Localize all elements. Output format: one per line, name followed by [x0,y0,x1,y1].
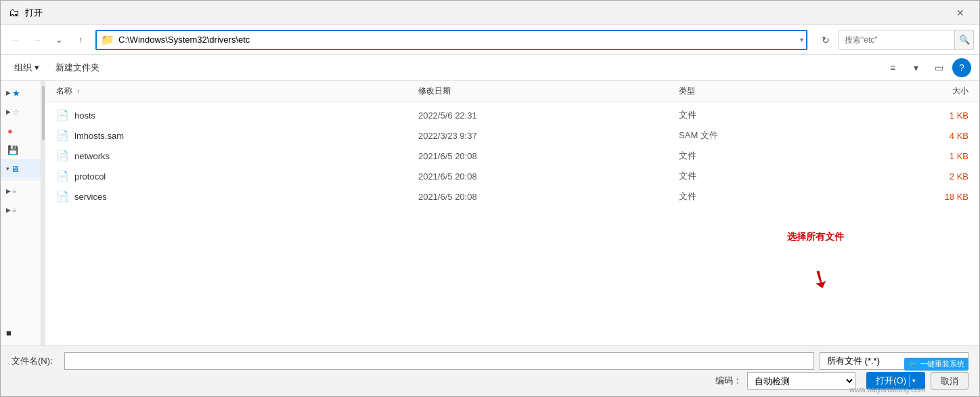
encoding-row: 编码： 自动检测UTF-8UTF-16GBK 打开(O) ▾ 取消 [12,372,968,390]
close-button[interactable]: ✕ [950,2,971,24]
sidebar-scrollbar-thumb [42,86,45,140]
filename-label: 文件名(N): [12,355,59,367]
new-folder-label: 新建文件夹 [55,62,99,74]
organize-button[interactable]: 组织 ▾ [9,59,45,77]
file-date-cell: 2021/6/5 20:08 [418,192,679,202]
column-date-label: 修改日期 [418,86,451,96]
sidebar-item-7[interactable]: ▶ ≡ [1,201,41,220]
file-name-cell: 📄 lmhosts.sam [56,129,418,142]
chevron-icon-7: ▶ [6,207,11,213]
file-row[interactable]: 📄 protocol 2021/6/5 20:08 文件 2 KB [45,166,979,186]
file-icon: 📄 [56,109,69,121]
refresh-button[interactable]: ↻ [816,30,836,50]
file-name-text: networks [74,151,110,161]
file-name-cell: 📄 services [56,190,418,203]
file-size-cell: 4 KB [853,131,968,141]
address-input[interactable] [95,30,807,50]
encoding-select[interactable]: 自动检测UTF-8UTF-16GBK [747,372,855,390]
organize-label: 组织 [14,62,32,74]
open-dialog: 🗂 打开 ✕ ← → ⌄ ↑ 📁 ▾ ↻ 🔍 组织 ▾ 新建文件夹 [0,0,980,397]
file-type-cell: 文件 [679,190,853,203]
address-dropdown-icon[interactable]: ▾ [800,36,803,43]
search-input[interactable] [839,30,954,49]
back-button[interactable]: ← [6,30,25,49]
column-name-label: 名称 [56,86,72,96]
up-button[interactable]: ↑ [71,30,90,49]
toolbar-left: 组织 ▾ 新建文件夹 [9,59,105,77]
file-name-text: hosts [74,110,95,121]
address-bar-container: 📁 ▾ [95,30,807,50]
file-row[interactable]: 📄 lmhosts.sam 2022/3/23 9:37 SAM 文件 4 KB [45,125,979,146]
file-icon: 📄 [56,129,69,142]
search-button[interactable]: 🔍 [954,30,973,50]
main-area: ▶ ★ ▶ ☆ ● 💾 ▾ 🖥 ▶ ≡ [1,81,979,345]
file-type-cell: 文件 [679,170,853,182]
column-name[interactable]: 名称 ↑ [56,85,418,97]
sidebar-item-5[interactable]: ▾ 🖥 [1,159,41,178]
sidebar-item-bottom[interactable]: ■ [1,323,41,342]
toolbar: 组织 ▾ 新建文件夹 ≡ ▾ ▭ ? [1,55,979,81]
title-bar: 🗂 打开 ✕ [1,1,979,25]
forward-button[interactable]: → [28,30,47,49]
file-name-text: services [74,192,107,202]
search-container: 🔍 [839,30,974,50]
logo-badge: 🐦 一键重装系统 [904,358,968,371]
file-area: 名称 ↑ 修改日期 类型 大小 📄 hosts 2022/5/ [45,81,979,345]
chevron-icon-2: ▶ [6,108,11,115]
file-date-cell: 2022/3/23 9:37 [418,131,679,141]
chevron-icon-6: ▶ [6,188,11,194]
sidebar-item-4[interactable]: 💾 [1,140,41,159]
cancel-button[interactable]: 取消 [931,372,968,390]
file-header: 名称 ↑ 修改日期 类型 大小 [45,81,979,102]
file-type-cell: SAM 文件 [679,129,853,142]
pane-button[interactable]: ▭ [929,58,948,77]
column-type[interactable]: 类型 [679,85,853,97]
file-size-cell: 1 KB [853,151,968,161]
annotation-text: 选择所有文件 [787,231,844,243]
file-name-text: lmhosts.sam [74,131,124,141]
dialog-title: 打开 [25,7,43,19]
file-size-cell: 1 KB [853,110,968,121]
file-size-cell: 18 KB [853,192,968,202]
navigation-bar: ← → ⌄ ↑ 📁 ▾ ↻ 🔍 [1,25,979,55]
sidebar: ▶ ★ ▶ ☆ ● 💾 ▾ 🖥 ▶ ≡ [1,81,41,345]
dialog-icon: 🗂 [9,7,20,19]
file-row[interactable]: 📄 hosts 2022/5/6 22:31 文件 1 KB [45,105,979,125]
organize-dropdown-icon: ▾ [35,62,39,72]
sort-arrow-icon: ↑ [76,88,80,95]
filename-input[interactable] [64,352,814,370]
file-date-cell: 2021/6/5 20:08 [418,171,679,182]
file-type-cell: 文件 [679,109,853,121]
file-icon: 📄 [56,190,69,203]
toolbar-right: ≡ ▾ ▭ ? [883,58,971,77]
encoding-label: 编码： [715,375,742,387]
sidebar-item-2[interactable]: ▶ ☆ [1,102,41,121]
help-button[interactable]: ? [952,58,971,77]
column-size-label: 大小 [952,86,968,96]
bottom-bar: 文件名(N): 所有文件 (*.*) 编码： 自动检测UTF-8UTF-16GB… [1,345,979,396]
file-size-cell: 2 KB [853,171,968,182]
file-row[interactable]: 📄 networks 2021/6/5 20:08 文件 1 KB [45,146,979,166]
sidebar-item-6[interactable]: ▶ ≡ [1,182,41,201]
column-type-label: 类型 [679,86,695,96]
file-row[interactable]: 📄 services 2021/6/5 20:08 文件 18 KB [45,186,979,207]
sidebar-item-3[interactable]: ● [1,121,41,140]
history-dropdown-button[interactable]: ⌄ [49,30,68,49]
file-icon: 📄 [56,150,69,162]
file-name-cell: 📄 hosts [56,109,418,121]
title-bar-left: 🗂 打开 [9,7,43,19]
file-type-cell: 文件 [679,150,853,162]
filename-row: 文件名(N): 所有文件 (*.*) [12,352,968,370]
new-folder-button[interactable]: 新建文件夹 [50,59,105,77]
file-date-cell: 2022/5/6 22:31 [418,110,679,121]
view-drop-button[interactable]: ▾ [906,58,925,77]
address-folder-icon: 📁 [101,33,114,46]
column-date[interactable]: 修改日期 [418,85,679,97]
view-menu-button[interactable]: ≡ [883,58,902,77]
file-name-cell: 📄 networks [56,150,418,162]
file-icon: 📄 [56,170,69,182]
column-size[interactable]: 大小 [853,85,968,97]
sidebar-item-1[interactable]: ▶ ★ [1,83,41,102]
sidebar-divider-1 [1,180,41,180]
file-list: 📄 hosts 2022/5/6 22:31 文件 1 KB 📄 lmhosts… [45,102,979,345]
